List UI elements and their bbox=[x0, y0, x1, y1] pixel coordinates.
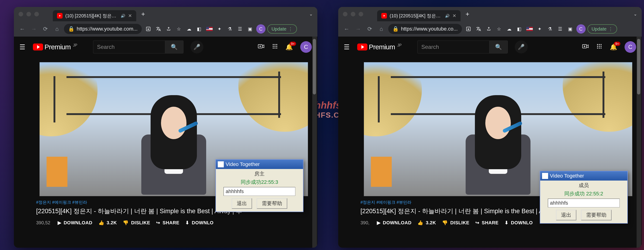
search-button[interactable]: 🔍 bbox=[489, 40, 508, 53]
svg-point-5 bbox=[276, 44, 277, 45]
notifications-icon[interactable]: 🔔9+ bbox=[286, 43, 293, 51]
reload-button[interactable]: ⟳ bbox=[365, 24, 374, 33]
account-avatar[interactable]: C bbox=[300, 41, 312, 53]
back-button[interactable]: ← bbox=[342, 24, 351, 33]
minimize-window-button[interactable] bbox=[26, 12, 31, 16]
minimize-window-button[interactable] bbox=[351, 12, 355, 16]
dislike-button[interactable]: 👎DISLIKE bbox=[123, 220, 150, 226]
download-icon: ⬇ bbox=[185, 220, 190, 226]
reload-button[interactable]: ⟳ bbox=[41, 24, 50, 33]
voice-search-button[interactable]: 🎤 bbox=[190, 40, 204, 53]
share-icon[interactable] bbox=[164, 25, 173, 33]
extension-2-icon[interactable]: ◧ bbox=[195, 25, 204, 33]
dislike-button[interactable]: 👎DISLIKE bbox=[442, 220, 469, 226]
share-button[interactable]: ↪SHARE bbox=[156, 220, 179, 226]
translate-icon[interactable] bbox=[154, 25, 162, 33]
notifications-icon[interactable]: 🔔9+ bbox=[610, 43, 617, 51]
home-button[interactable]: ⌂ bbox=[377, 24, 386, 33]
update-button[interactable]: Update⋮ bbox=[267, 24, 297, 33]
apps-grid-icon[interactable] bbox=[596, 43, 602, 51]
like-button[interactable]: 👍3.2K bbox=[418, 220, 436, 226]
vt-titlebar[interactable]: 🖼 Video Together bbox=[540, 171, 627, 181]
extensions-puzzle-icon[interactable]: ✦ bbox=[536, 25, 544, 33]
reading-list-icon[interactable]: ☰ bbox=[556, 25, 564, 33]
tab-audio-icon[interactable]: 🔊 bbox=[445, 14, 450, 18]
search-icon: 🔍 bbox=[171, 44, 178, 50]
tab-close-icon[interactable]: ✕ bbox=[128, 13, 132, 18]
apps-grid-icon[interactable] bbox=[272, 43, 278, 51]
reading-list-icon[interactable]: ☰ bbox=[236, 25, 244, 33]
update-button[interactable]: Update⋮ bbox=[588, 24, 617, 33]
vt-titlebar[interactable]: 🖼 Video Together bbox=[216, 160, 303, 169]
extensions-puzzle-icon[interactable]: ✦ bbox=[216, 25, 224, 33]
forward-button[interactable]: → bbox=[354, 24, 363, 33]
youtube-logo[interactable]: Premium JP bbox=[357, 43, 402, 51]
extension-flag-icon[interactable] bbox=[526, 25, 534, 33]
extension-1-icon[interactable]: ☁ bbox=[505, 25, 513, 33]
hamburger-menu-icon[interactable]: ☰ bbox=[344, 43, 353, 51]
tab-close-icon[interactable]: ✕ bbox=[452, 13, 456, 18]
page-scrollbar[interactable] bbox=[312, 36, 317, 248]
lock-icon: 🔒 bbox=[392, 26, 399, 32]
extension-2-icon[interactable]: ◧ bbox=[515, 25, 524, 33]
vt-exit-button[interactable]: 退出 bbox=[232, 198, 252, 209]
menu-dots-icon: ⋮ bbox=[608, 26, 613, 32]
download2-button[interactable]: ⬇DOWNLO bbox=[504, 220, 533, 226]
maximize-window-button[interactable] bbox=[34, 12, 39, 16]
bookmark-icon[interactable]: ☆ bbox=[495, 25, 503, 33]
forward-button[interactable]: → bbox=[29, 24, 38, 33]
sidepanel-icon[interactable]: ▣ bbox=[566, 25, 574, 33]
vt-exit-button[interactable]: 退出 bbox=[556, 210, 576, 220]
search-input[interactable]: Search bbox=[418, 40, 489, 53]
new-tab-button[interactable]: + bbox=[138, 9, 148, 19]
profile-avatar[interactable]: C bbox=[576, 24, 586, 33]
close-window-button[interactable] bbox=[343, 12, 348, 16]
page-scrollbar[interactable] bbox=[636, 36, 641, 248]
voice-search-button[interactable]: 🎤 bbox=[515, 40, 528, 53]
new-tab-button[interactable]: + bbox=[463, 9, 472, 19]
translate-icon[interactable] bbox=[474, 25, 483, 33]
vt-room-input[interactable]: ahhhhfs bbox=[548, 199, 620, 207]
download-button[interactable]: ▶DOWNLOAD bbox=[377, 220, 412, 226]
tabs-dropdown-icon[interactable]: ⌄ bbox=[309, 11, 313, 17]
address-bar[interactable]: 🔒 https://www.youtube.co... bbox=[388, 24, 462, 34]
svg-point-8 bbox=[276, 46, 277, 46]
youtube-favicon-icon bbox=[57, 13, 62, 18]
bookmark-icon[interactable]: ☆ bbox=[175, 25, 183, 33]
page-content: ☰ Premium JP Search 🔍 🎤 🔔9+ C bbox=[338, 36, 642, 248]
share-button[interactable]: ↪SHARE bbox=[475, 220, 498, 226]
download-button[interactable]: ▶DOWNLOAD bbox=[58, 220, 92, 226]
svg-point-22 bbox=[599, 47, 600, 48]
close-window-button[interactable] bbox=[18, 12, 23, 16]
vt-help-button[interactable]: 需要帮助 bbox=[257, 198, 287, 209]
sidepanel-icon[interactable]: ▣ bbox=[246, 25, 254, 33]
extension-1-icon[interactable]: ☁ bbox=[185, 25, 193, 33]
browser-tab[interactable]: (10) [220515][4K] 정은지 - 🔊 ✕ bbox=[53, 10, 136, 21]
youtube-logo[interactable]: Premium JP bbox=[33, 43, 77, 51]
labs-icon[interactable]: ⚗ bbox=[546, 25, 554, 33]
maximize-window-button[interactable] bbox=[358, 12, 363, 16]
account-avatar[interactable]: C bbox=[624, 41, 636, 53]
back-button[interactable]: ← bbox=[18, 24, 27, 33]
vt-room-input[interactable]: ahhhhfs bbox=[224, 187, 295, 196]
vt-help-button[interactable]: 需要帮助 bbox=[581, 210, 612, 220]
create-video-icon[interactable] bbox=[258, 43, 264, 51]
share-icon[interactable] bbox=[484, 25, 493, 33]
hamburger-menu-icon[interactable]: ☰ bbox=[20, 43, 29, 51]
home-button[interactable]: ⌂ bbox=[52, 24, 62, 33]
download2-button[interactable]: ⬇DOWNLO bbox=[185, 220, 214, 226]
like-button[interactable]: 👍3.2K bbox=[98, 220, 117, 226]
labs-icon[interactable]: ⚗ bbox=[226, 25, 234, 33]
install-app-icon[interactable] bbox=[144, 25, 152, 33]
svg-point-21 bbox=[597, 47, 598, 48]
tabs-dropdown-icon[interactable]: ⌄ bbox=[634, 11, 637, 17]
profile-avatar[interactable]: C bbox=[256, 24, 266, 33]
install-app-icon[interactable] bbox=[464, 25, 472, 33]
extension-flag-icon[interactable] bbox=[205, 25, 214, 33]
tab-audio-icon[interactable]: 🔊 bbox=[121, 14, 125, 18]
search-button[interactable]: 🔍 bbox=[165, 40, 184, 53]
create-video-icon[interactable] bbox=[582, 43, 589, 51]
search-input[interactable]: Search bbox=[93, 40, 165, 53]
address-bar[interactable]: 🔒 https://www.youtube.com... bbox=[64, 24, 142, 34]
browser-tab[interactable]: (10) [220515][4K] 정은지 - 🔊 ✕ bbox=[377, 10, 460, 21]
